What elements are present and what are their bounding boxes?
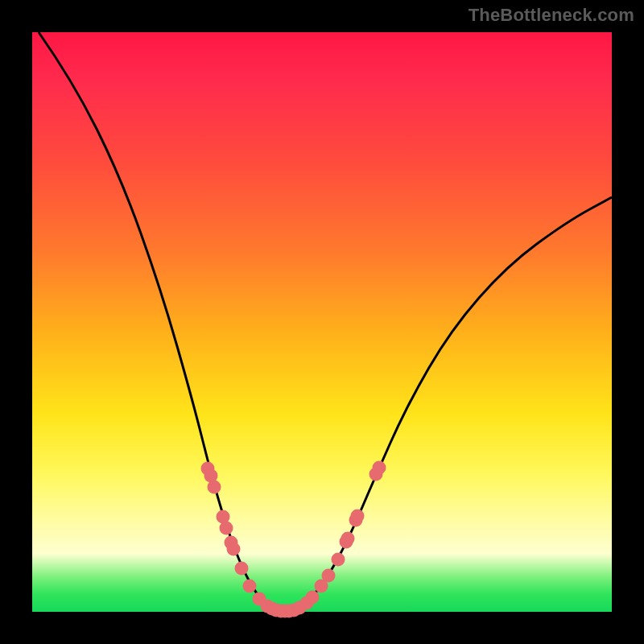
- data-marker: [373, 461, 386, 475]
- data-marker: [227, 543, 241, 556]
- marker-group: [201, 461, 386, 618]
- bottleneck-curve: [39, 32, 612, 611]
- data-marker: [322, 569, 336, 583]
- data-marker: [332, 553, 345, 567]
- data-marker: [235, 562, 249, 576]
- curve-layer: [32, 32, 612, 612]
- data-marker: [306, 591, 320, 605]
- watermark-text: TheBottleneck.com: [469, 5, 634, 26]
- data-marker: [243, 580, 257, 593]
- data-marker: [341, 532, 355, 546]
- data-marker: [208, 481, 221, 494]
- data-marker: [220, 522, 233, 535]
- data-marker: [351, 510, 365, 523]
- chart-canvas: TheBottleneck.com: [0, 0, 644, 644]
- plot-area: [32, 32, 612, 612]
